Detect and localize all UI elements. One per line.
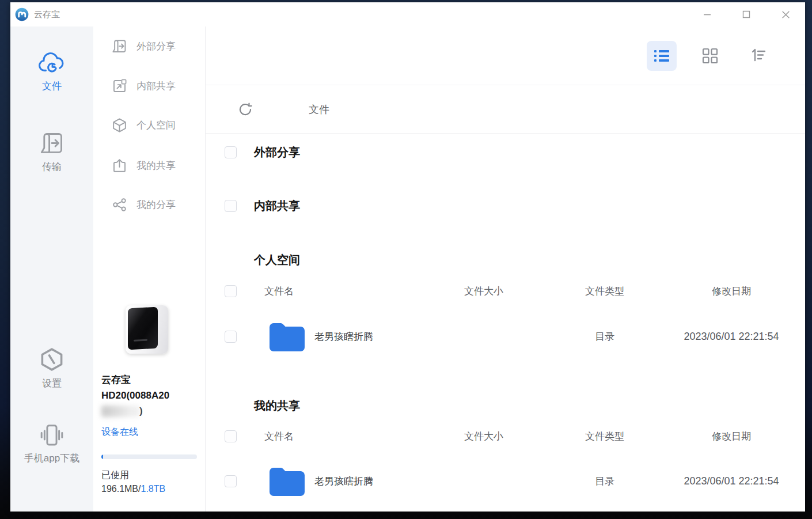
list-view-button[interactable] <box>647 41 677 71</box>
personal-space-icon <box>112 118 127 133</box>
sidebar-item-app-download[interactable]: 手机app下载 <box>10 424 93 465</box>
sort-button[interactable] <box>743 41 773 71</box>
phone-icon <box>39 424 65 447</box>
folder-icon <box>268 466 305 496</box>
column-filesize: 文件大小 <box>420 285 547 298</box>
internal-share-icon <box>112 78 127 94</box>
section-personal-space-title: 个人空间 <box>206 252 805 268</box>
external-share-icon <box>112 39 127 54</box>
sidebar-item-label: 传输 <box>42 160 62 173</box>
table-header-row: 文件名 文件大小 文件类型 修改日期 <box>206 283 805 299</box>
share-nodes-icon <box>112 197 127 213</box>
column-filename: 文件名 <box>237 430 420 443</box>
row-checkbox[interactable] <box>225 331 237 343</box>
folder-icon <box>268 321 305 351</box>
file-modified: 2023/06/01 22:21:54 <box>662 475 800 487</box>
usage-label: 已使用 <box>101 468 197 482</box>
device-image <box>126 305 168 354</box>
sidebar-item-settings[interactable]: 设置 <box>10 347 93 390</box>
table-header-row: 文件名 文件大小 文件类型 修改日期 <box>206 428 805 444</box>
close-button[interactable] <box>766 2 805 26</box>
nav-item-personal-space[interactable]: 个人空间 <box>112 113 176 137</box>
sidebar-item-files[interactable]: 文件 <box>10 51 93 93</box>
grid-view-button[interactable] <box>695 41 725 71</box>
nav-panel: 外部分享 内部共享 个人空间 <box>93 26 206 512</box>
settings-icon <box>39 347 65 372</box>
app-title: 云存宝 <box>34 9 60 20</box>
nav-item-my-shared[interactable]: 我的共享 <box>112 154 176 177</box>
column-modified: 修改日期 <box>662 430 800 443</box>
app-logo-icon <box>14 7 29 22</box>
table-row[interactable]: 老男孩瞎折腾 目录 2023/06/01 22:21:54 <box>206 319 805 354</box>
sidebar-item-label: 手机app下载 <box>24 452 79 465</box>
primary-sidebar: 文件 传输 设置 手机app <box>10 26 93 512</box>
section-title: 外部分享 <box>254 145 300 160</box>
file-type: 目录 <box>547 330 662 343</box>
section-title: 内部共享 <box>254 198 300 214</box>
section-checkbox[interactable] <box>225 200 237 212</box>
capacity-bar <box>101 454 197 459</box>
file-type: 目录 <box>547 475 662 488</box>
minimize-button[interactable] <box>688 2 727 26</box>
sort-icon <box>750 48 767 63</box>
section-checkbox[interactable] <box>225 146 237 158</box>
row-checkbox[interactable] <box>225 475 237 487</box>
device-panel: 云存宝 HD20(0088A20 ) 设备在线 已使用 196.1MB/1.8T… <box>101 305 197 512</box>
main-area: 文件 外部分享 内部共享 个人空间 文件名 文件大小 文件类型 修改日期 <box>206 26 805 512</box>
device-serial-redacted: ) <box>101 403 197 419</box>
list-header: 文件 <box>206 85 805 134</box>
view-toolbar <box>206 26 805 85</box>
refresh-button[interactable] <box>238 102 253 117</box>
file-name: 老男孩瞎折腾 <box>314 475 373 488</box>
usage-value: 196.1MB/1.8TB <box>101 482 197 496</box>
nav-item-internal-share[interactable]: 内部共享 <box>112 74 176 97</box>
nav-item-label: 我的分享 <box>136 198 176 211</box>
transfer-icon <box>39 131 64 156</box>
device-status-link[interactable]: 设备在线 <box>101 426 197 438</box>
refresh-icon <box>238 102 253 117</box>
nav-item-external-share[interactable]: 外部分享 <box>112 35 176 58</box>
select-all-checkbox[interactable] <box>225 285 237 297</box>
my-shared-icon <box>112 158 127 173</box>
column-filetype: 文件类型 <box>547 285 662 298</box>
device-brand: 云存宝 <box>101 372 197 388</box>
column-filesize: 文件大小 <box>420 430 547 443</box>
file-modified: 2023/06/01 22:21:54 <box>662 331 800 343</box>
maximize-button[interactable] <box>727 2 766 26</box>
section-external-share: 外部分享 <box>206 144 805 160</box>
select-all-checkbox[interactable] <box>225 430 237 442</box>
list-title: 文件 <box>309 103 329 116</box>
device-model: HD20(0088A20 <box>101 388 197 403</box>
nav-item-my-sharing[interactable]: 我的分享 <box>112 193 176 216</box>
cloud-sync-icon <box>37 51 66 75</box>
window-controls <box>688 2 805 26</box>
section-my-shared-title: 我的共享 <box>206 397 805 414</box>
nav-item-label: 内部共享 <box>136 79 176 93</box>
sidebar-item-label: 文件 <box>42 79 62 93</box>
app-window: 云存宝 文件 <box>10 2 805 512</box>
nav-item-label: 个人空间 <box>136 119 176 132</box>
nav-item-label: 外部分享 <box>136 40 176 53</box>
titlebar: 云存宝 <box>10 2 805 26</box>
file-name: 老男孩瞎折腾 <box>314 330 373 343</box>
list-view-icon <box>654 49 670 63</box>
redaction-blur <box>101 406 139 417</box>
usage-total: 1.8TB <box>141 484 165 494</box>
sidebar-item-transfer[interactable]: 传输 <box>10 131 93 173</box>
column-modified: 修改日期 <box>662 285 800 298</box>
table-row[interactable]: 老男孩瞎折腾 目录 2023/06/01 22:21:54 <box>206 464 805 498</box>
sidebar-item-label: 设置 <box>42 377 62 390</box>
column-filetype: 文件类型 <box>547 430 662 443</box>
grid-view-icon <box>702 48 718 64</box>
section-internal-share: 内部共享 <box>206 198 805 214</box>
nav-item-label: 我的共享 <box>136 159 176 172</box>
column-filename: 文件名 <box>237 285 420 298</box>
capacity-bar-fill <box>101 454 103 459</box>
